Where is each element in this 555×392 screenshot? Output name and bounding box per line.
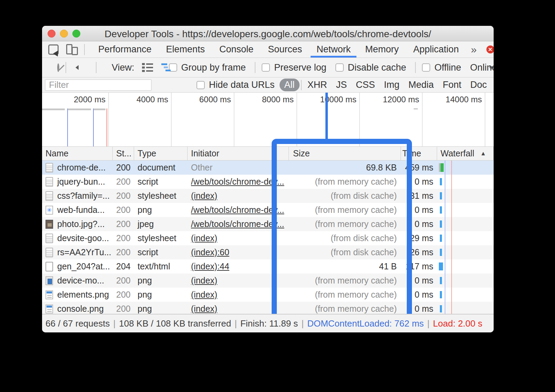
cell-name: rs=AA2YrTu... (42, 245, 113, 259)
cell-type: stylesheet (134, 189, 188, 203)
filter-pill-font[interactable]: Font (438, 79, 466, 91)
initiator-link[interactable]: (index) (191, 290, 217, 300)
error-badge[interactable]: ✕ 1 (486, 44, 494, 54)
filter-pill-js[interactable]: JS (332, 79, 352, 91)
table-row[interactable]: console.png200png(index)(from memory cac… (42, 302, 494, 314)
cell-status: 204 (113, 259, 134, 274)
offline-toggle[interactable]: Offline (422, 62, 461, 73)
column-header-name[interactable]: Name (42, 147, 113, 160)
tab-application[interactable]: Application (406, 41, 466, 58)
request-name: device-mo... (57, 276, 104, 286)
waterfall-dcl-line (445, 161, 445, 314)
table-row[interactable]: gen_204?at...204text/html(index):4441 B1… (42, 259, 494, 274)
cell-size: 41 B (289, 259, 401, 274)
offline-checkbox[interactable] (422, 63, 430, 72)
error-icon: ✕ (486, 45, 494, 53)
waterfall-bar (440, 206, 442, 214)
filter-pill-doc[interactable]: Doc (466, 79, 491, 91)
column-header-type[interactable]: Type (134, 147, 188, 160)
more-tabs-icon[interactable]: » (466, 44, 482, 55)
clear-icon[interactable] (57, 63, 59, 72)
initiator-link[interactable]: (index) (191, 276, 217, 286)
table-row[interactable]: devsite-goo...200stylesheet(index)(from … (42, 231, 494, 245)
column-header-status[interactable]: St... (113, 147, 134, 160)
filter-pill-img[interactable]: Img (380, 79, 404, 91)
initiator-link[interactable]: (index) (191, 191, 217, 201)
initiator-link[interactable]: (index) (191, 304, 217, 314)
initiator-link[interactable]: /web/tools/chrome-dev... (191, 219, 284, 229)
view-label: View: (112, 62, 134, 73)
transferred-size: 108 KB / 108 KB transferred (119, 318, 231, 329)
cell-time: 31 ms (401, 189, 437, 203)
cell-status: 200 (113, 302, 134, 314)
initiator-link[interactable]: (index):60 (191, 247, 229, 257)
separator (415, 62, 416, 73)
inspect-element-icon[interactable] (48, 44, 59, 55)
filter-input[interactable] (45, 79, 152, 91)
load-marker-line (107, 109, 107, 146)
disable-cache-label: Disable cache (348, 62, 406, 73)
disable-cache-checkbox[interactable] (335, 63, 344, 72)
cell-waterfall (437, 231, 494, 245)
table-body: chrome-de...200documentOther69.8 KB459 m… (42, 161, 494, 314)
disable-cache-toggle[interactable]: Disable cache (335, 62, 406, 73)
device-toolbar-icon[interactable] (66, 44, 78, 55)
table-row[interactable]: elements.png200png(index)(from memory ca… (42, 288, 494, 302)
cell-name: ✳web-funda... (42, 203, 113, 217)
table-row[interactable]: jquery-bun...200script/web/tools/chrome-… (42, 175, 494, 189)
tab-sources[interactable]: Sources (261, 41, 309, 58)
network-overview[interactable]: 2000 ms4000 ms6000 ms8000 ms10000 ms1200… (42, 93, 494, 146)
filter-pill-css[interactable]: CSS (351, 79, 380, 91)
cell-waterfall (437, 175, 494, 189)
initiator-link[interactable]: /web/tools/chrome-dev... (191, 205, 284, 215)
initiator-link[interactable]: (index):44 (191, 261, 229, 271)
hide-data-urls-checkbox[interactable] (196, 81, 205, 89)
table-row[interactable]: ✳web-funda...200png/web/tools/chrome-dev… (42, 203, 494, 217)
waterfall-bar (440, 291, 442, 298)
separator (301, 80, 302, 90)
tab-console[interactable]: Console (212, 41, 261, 58)
sort-ascending-icon[interactable]: ▲ (480, 150, 486, 157)
filter-pill-media[interactable]: Media (404, 79, 438, 91)
waterfall-bar (440, 277, 442, 284)
table-row[interactable]: rs=AA2YrTu...200script(index):60(from di… (42, 245, 494, 259)
tab-performance[interactable]: Performance (91, 41, 159, 58)
initiator-link[interactable]: /web/tools/chrome-dev... (191, 177, 284, 187)
table-row[interactable]: device-mo...200png(index)(from memory ca… (42, 274, 494, 288)
cell-status: 200 (113, 161, 134, 175)
waterfall-bar (439, 262, 443, 270)
timeline-label: 10000 ms (320, 95, 356, 104)
hide-data-urls-toggle[interactable]: Hide data URLs (196, 80, 275, 90)
image-thumbnail-icon (46, 220, 53, 229)
column-header-initiator[interactable]: Initiator (188, 147, 289, 160)
preserve-log-toggle[interactable]: Preserve log (262, 62, 326, 73)
preserve-log-checkbox[interactable] (262, 63, 270, 72)
filter-pill-xhr[interactable]: XHR (303, 79, 332, 91)
chevron-down-icon[interactable]: ▾ (489, 63, 493, 72)
cell-initiator: (index) (188, 189, 289, 203)
offline-label: Offline (434, 62, 461, 73)
filter-pill-all[interactable]: All (280, 79, 300, 91)
tab-network[interactable]: Network (309, 41, 358, 58)
separator (96, 62, 97, 73)
tab-elements[interactable]: Elements (159, 41, 212, 58)
table-row[interactable]: chrome-de...200documentOther69.8 KB459 m… (42, 161, 494, 175)
table-row[interactable]: css?family=...200stylesheet(index)(from … (42, 189, 494, 203)
timeline-gridline (171, 93, 172, 146)
group-by-frame-toggle[interactable]: Group by frame (169, 62, 246, 73)
filter-bar: Hide data URLs AllXHRJSCSSImgMediaFontDo… (42, 78, 494, 93)
table-row[interactable]: photo.jpg?...200jpeg/web/tools/chrome-de… (42, 217, 494, 231)
column-header-size[interactable]: Size (289, 147, 401, 160)
tab-memory[interactable]: Memory (358, 41, 406, 58)
cell-waterfall (437, 259, 494, 274)
column-header-time[interactable]: Time (401, 147, 437, 160)
requests-count: 66 / 67 requests (46, 318, 110, 329)
cell-initiator: Other (188, 161, 289, 175)
initiator-link[interactable]: (index) (191, 233, 217, 243)
filter-pill-ws[interactable]: WS (491, 79, 494, 91)
waterfall-bar (440, 178, 442, 185)
image-thumbnail-icon (46, 290, 53, 299)
tab-bar: PerformanceElementsConsoleSourcesNetwork… (42, 41, 494, 58)
large-rows-icon[interactable] (142, 63, 153, 72)
cell-waterfall (437, 274, 494, 288)
